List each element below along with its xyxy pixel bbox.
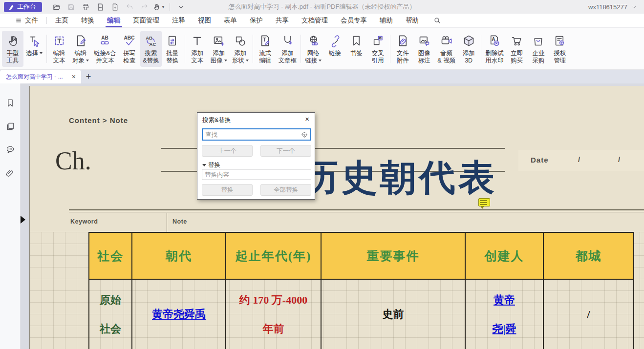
chevron-down-icon	[631, 4, 637, 10]
tool-file-attachment[interactable]: 文件附件	[392, 31, 413, 67]
tool-add-image[interactable]: 添加图像	[208, 31, 230, 67]
sticky-note-annotation-icon[interactable]	[478, 198, 490, 206]
menubar: 文件主页转换编辑页面管理注释视图表单保护共享文档管理会员专享辅助帮助	[0, 14, 644, 28]
svg-text:AC: AC	[150, 41, 156, 47]
next-button[interactable]: 下一个	[260, 145, 311, 157]
menu-tab-主页[interactable]: 主页	[49, 14, 75, 27]
collapse-toolbar-icon[interactable]	[174, 1, 187, 12]
section-divider	[69, 212, 644, 212]
workspace-button[interactable]: 工作台	[4, 2, 42, 12]
menu-tab-共享[interactable]: 共享	[269, 14, 295, 27]
table-header-社会: 社会	[89, 232, 132, 279]
tool-select-tool[interactable]: 选择	[23, 31, 45, 67]
document-tab[interactable]: 怎么面对高中学习 - ... ×	[0, 70, 81, 83]
menu-search-icon[interactable]	[427, 14, 448, 27]
tool-cross-reference[interactable]: 交叉引用	[367, 31, 388, 67]
tool-remove-trial-watermark[interactable]: A删除试用水印	[483, 31, 506, 67]
search-replace-icon: ABAC	[144, 34, 157, 48]
cell-link[interactable]: 黄帝尧舜禹	[152, 307, 206, 322]
table-cell: 史前	[321, 279, 465, 349]
tool-link-merge-text[interactable]: AB链接&合并文本	[91, 31, 119, 67]
cell-link[interactable]: 黄帝	[494, 293, 515, 308]
tool-hand-tool[interactable]: 手型工具	[2, 31, 23, 67]
tool-flow-edit[interactable]: T流式编辑	[255, 31, 276, 67]
menu-tab-文档管理[interactable]: 文档管理	[295, 14, 334, 27]
hand-tool-dropdown-icon[interactable]: ▼	[152, 1, 165, 12]
tool-enterprise-purchase[interactable]: 企业采购	[528, 31, 549, 67]
cell-text: 原始	[100, 293, 121, 308]
menu-tab-转换[interactable]: 转换	[75, 14, 101, 27]
navigation-sidebar	[0, 83, 21, 349]
dropdown-caret-icon: ▼	[161, 5, 165, 9]
dialog-close-icon[interactable]: ×	[303, 115, 311, 123]
tool-link[interactable]: 链接	[324, 31, 345, 67]
tool-add-text[interactable]: 添加文本	[187, 31, 208, 67]
tool-web-link[interactable]: 网络链接	[302, 31, 324, 67]
audio-video-icon	[440, 34, 453, 48]
tool-buy-now[interactable]: 立即购买	[506, 31, 528, 67]
tool-add-3d[interactable]: 添加3D	[458, 31, 479, 67]
license-manage-icon	[553, 34, 566, 48]
find-input[interactable]	[203, 129, 301, 140]
menu-tab-辅助[interactable]: 辅助	[373, 14, 399, 27]
tool-license-manage[interactable]: 授权管理	[549, 31, 571, 67]
ribbon-group: 添加文本添加图像添加形状	[187, 30, 251, 67]
menu-tab-表单[interactable]: 表单	[217, 14, 243, 27]
svg-text:ABC: ABC	[124, 35, 135, 41]
table-header-朝代: 朝代	[132, 232, 226, 279]
menu-tab-页面管理[interactable]: 页面管理	[127, 14, 166, 27]
tool-add-shape[interactable]: 添加形状	[230, 31, 251, 67]
new-tab-button[interactable]: +	[81, 70, 96, 83]
menu-tab-编辑[interactable]: 编辑	[101, 14, 127, 27]
menu-tab-会员专享[interactable]: 会员专享	[334, 14, 373, 27]
find-field-wrap	[202, 128, 311, 141]
table-cell: 原始社会	[89, 279, 132, 349]
tab-close-icon[interactable]: ×	[70, 73, 77, 81]
tool-bookmark[interactable]: 书签	[345, 31, 367, 67]
new-page-icon[interactable]	[108, 1, 121, 12]
search-options-gear-icon[interactable]	[301, 131, 308, 139]
menu-tab-注释[interactable]: 注释	[166, 14, 192, 27]
document-title: 怎么面对高中学习 - 副本.pdf - 福昕PDF编辑器（未经授权的产品）	[229, 2, 416, 11]
tool-search-replace[interactable]: ABAC搜索&替换	[140, 31, 162, 67]
tool-batch-replace[interactable]: 批量替换	[162, 31, 183, 67]
add-article-box-icon	[281, 34, 294, 48]
tool-image-annotation[interactable]: 图像标注	[413, 31, 435, 67]
tool-spell-check[interactable]: ABC拼写检查	[119, 31, 140, 67]
tool-edit-object[interactable]: 编辑对象	[70, 31, 91, 67]
cell-text: 约 170 万-4000	[239, 293, 307, 308]
redo-icon	[138, 1, 150, 12]
replace-all-button[interactable]: 全部替换	[260, 184, 311, 196]
tool-add-article-box[interactable]: 添加文章框	[276, 31, 300, 67]
export-page-icon[interactable]	[94, 1, 107, 12]
tool-audio-video[interactable]: 音频& 视频	[435, 31, 458, 67]
bookmark-icon	[350, 34, 363, 48]
panel-expand-handle[interactable]	[21, 216, 25, 224]
menu-tab-帮助[interactable]: 帮助	[399, 14, 425, 27]
open-file-icon[interactable]	[50, 1, 63, 12]
document-viewport: Content > Note Ch. Date / / 历史朝代表 Keywor…	[21, 83, 644, 349]
user-account-menu[interactable]: wx118615277	[588, 3, 637, 11]
table-cell: 黄帝尧|舜	[465, 279, 543, 349]
breadcrumb: Content > Note	[69, 116, 128, 124]
replace-input[interactable]	[202, 169, 311, 180]
replace-button[interactable]: 替换	[202, 184, 253, 196]
print-icon[interactable]	[79, 1, 92, 12]
comments-panel-icon[interactable]	[4, 144, 16, 156]
select-tool-icon	[28, 34, 41, 48]
page-thumbnails-panel-icon[interactable]	[4, 121, 16, 132]
search-replace-dialog: 搜索&替换 × 上一个 下一个 替换 替换 全部替换	[197, 112, 315, 200]
menu-tab-视图[interactable]: 视图	[192, 14, 217, 27]
menu-tab-保护[interactable]: 保护	[243, 14, 269, 27]
menu-file[interactable]: 文件	[9, 14, 44, 27]
bookmarks-panel-icon[interactable]	[4, 97, 16, 109]
table-row: 原始社会黄帝尧舜禹约 170 万-4000年前史前黄帝尧|舜/	[89, 279, 634, 349]
table-header-都城: 都城	[543, 232, 634, 279]
replace-section-toggle[interactable]: 替换	[202, 161, 220, 169]
tool-edit-text[interactable]: 编辑文本	[48, 31, 70, 67]
attachments-panel-icon[interactable]	[4, 167, 16, 179]
previous-button[interactable]: 上一个	[202, 145, 253, 157]
ribbon-group: 网络链接链接书签交叉引用	[302, 30, 388, 67]
cell-link[interactable]: 尧|舜	[493, 322, 516, 336]
enterprise-purchase-icon	[532, 34, 545, 48]
